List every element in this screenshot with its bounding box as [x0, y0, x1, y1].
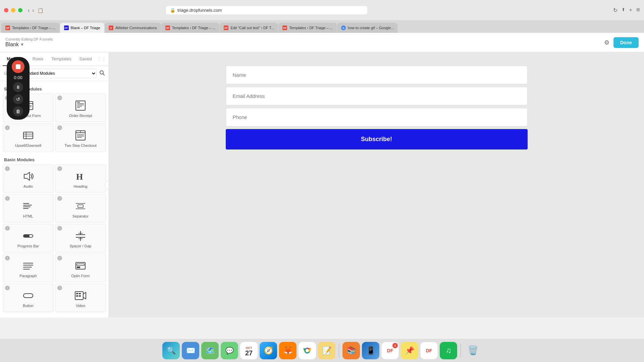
pause-recording-button[interactable]: ⏸ — [13, 82, 23, 92]
info-icon-spacer[interactable]: i — [57, 226, 62, 231]
dock-xcode[interactable]: 📱 — [362, 342, 379, 359]
dock-maps[interactable]: 🗺️ — [201, 342, 219, 359]
module-spacer-gap[interactable]: i Spacer / Gap — [55, 224, 106, 252]
tab-label: Templates ‹ DF Triage – ... — [289, 26, 333, 30]
tab-aweber[interactable]: A AWeber Communications — [105, 23, 161, 33]
stop-recording-button[interactable] — [12, 60, 24, 73]
dock-mail[interactable]: ✉️ — [182, 342, 199, 359]
info-icon-audio[interactable]: i — [5, 166, 10, 171]
dock-dropfunnels-1[interactable]: DF 1 — [381, 342, 399, 359]
address-bar[interactable]: 🔒 triage.dropfunnels.com — [166, 6, 367, 14]
module-button[interactable]: i Button — [3, 284, 54, 312]
search-button[interactable] — [99, 70, 105, 77]
svg-rect-46 — [77, 266, 80, 268]
svg-line-1 — [103, 74, 104, 75]
audio-icon — [22, 170, 34, 182]
info-icon-two-step[interactable]: i — [57, 125, 62, 130]
module-separator-label: Separator — [72, 214, 89, 218]
done-button[interactable]: Done — [613, 37, 639, 48]
svg-marker-23 — [24, 172, 30, 180]
module-progress-bar-label: Progress Bar — [17, 244, 39, 248]
module-paragraph[interactable]: i Paragraph — [3, 254, 54, 282]
share-icon[interactable]: ⬆ — [622, 7, 625, 13]
dock-calendar[interactable]: OCT 27 — [240, 342, 258, 359]
info-icon-html[interactable]: i — [5, 196, 10, 201]
module-order-receipt[interactable]: i Order Receipt — [55, 94, 106, 122]
info-icon-heading[interactable]: i — [57, 166, 62, 171]
tab-saved[interactable]: Saved — [75, 52, 96, 66]
svg-rect-45 — [77, 264, 84, 265]
tab-blank-df-triage[interactable]: DF Blank – DF Triage — [60, 23, 104, 33]
module-heading-label: Heading — [74, 184, 88, 188]
forward-button[interactable]: › — [32, 7, 34, 13]
info-icon-optin[interactable]: i — [57, 256, 62, 260]
svg-text:H: H — [76, 172, 83, 182]
reload-icon[interactable]: ↻ — [613, 7, 618, 13]
dock-firefox[interactable]: 🦊 — [279, 342, 297, 359]
tab-google-gif[interactable]: G how to create gif – Google... — [337, 23, 397, 33]
name-input[interactable] — [226, 66, 528, 84]
minimize-dot[interactable] — [11, 8, 15, 12]
info-icon-progress[interactable]: i — [5, 226, 10, 231]
dock-notes[interactable]: 📝 — [318, 342, 335, 359]
module-upsell-downsell[interactable]: i Upsell/Downsell — [3, 123, 54, 152]
dock-safari[interactable]: 🧭 — [260, 342, 277, 359]
tab-df-triage-3[interactable]: DF Templates ‹ DF Triage – ... — [278, 23, 337, 33]
dock-books[interactable]: 📚 — [342, 342, 360, 359]
subscribe-button[interactable]: Subscribe! — [226, 129, 528, 149]
tab-df-triage-1[interactable]: DF Templates ‹ DF Triage – ... — [1, 23, 60, 33]
heading-icon: H — [74, 170, 87, 182]
tab-rows[interactable]: Rows — [29, 52, 48, 66]
module-separator[interactable]: i Separator — [55, 194, 106, 223]
tab-templates[interactable]: Templates — [47, 52, 75, 66]
rewind-recording-button[interactable]: ↺ — [13, 94, 23, 104]
module-two-step-checkout[interactable]: i Two Step Checkout — [55, 123, 106, 152]
close-dot[interactable] — [4, 8, 8, 12]
dock-trash[interactable]: 🗑️ — [464, 342, 482, 359]
email-input[interactable] — [226, 87, 528, 105]
info-icon-upsell[interactable]: i — [5, 125, 10, 130]
tab-label: how to create gif – Google... — [348, 26, 394, 30]
info-icon-order-receipt[interactable]: i — [57, 96, 62, 100]
dropdown-arrow-icon[interactable]: ▾ — [21, 41, 23, 48]
svg-rect-50 — [79, 293, 81, 294]
module-paragraph-label: Paragraph — [19, 274, 37, 278]
dock-spotify[interactable]: ♫ — [440, 342, 457, 359]
dock-dropfunnels-2[interactable]: DF — [420, 342, 438, 359]
tab-label: Templates ‹ DF Triage – ... — [172, 26, 216, 30]
tab-favicon: DF — [64, 25, 69, 30]
info-icon-paragraph[interactable]: i — [5, 256, 10, 260]
maximize-dot[interactable] — [18, 8, 22, 12]
back-button[interactable]: ‹ — [28, 7, 30, 13]
tab-callout-test[interactable]: DF Edit "Call out test" ‹ DF T... — [220, 23, 278, 33]
module-progress-bar[interactable]: i Progress Bar — [3, 224, 54, 252]
sidebar-toggle-icon[interactable]: ⊞ — [636, 7, 640, 13]
info-icon-separator[interactable]: i — [57, 196, 62, 201]
app-header: Currently Editing DF Funnels Blank ▾ ⚙ D… — [0, 33, 644, 52]
chrome-logo — [302, 346, 312, 356]
video-icon — [74, 290, 87, 302]
tab-label: Blank – DF Triage — [71, 26, 100, 30]
delete-recording-button[interactable]: 🗑 — [13, 106, 23, 116]
module-audio[interactable]: i Audio — [3, 164, 54, 193]
info-icon-video[interactable]: i — [57, 286, 62, 290]
module-heading[interactable]: i H Heading — [55, 164, 106, 193]
dock-sticky-notes[interactable]: 📌 — [401, 342, 418, 359]
module-video[interactable]: i Video — [55, 284, 106, 312]
info-icon-button[interactable]: i — [5, 286, 10, 290]
settings-icon[interactable]: ⚙ — [604, 39, 609, 46]
lock-icon: 🔒 — [170, 8, 175, 13]
dock-messages[interactable]: 💬 — [221, 342, 238, 359]
dock-chrome[interactable] — [299, 342, 316, 359]
header-subtitle: Currently Editing DF Funnels — [5, 37, 53, 41]
tab-df-triage-2[interactable]: DF Templates ‹ DF Triage – ... — [161, 23, 220, 33]
dock-finder[interactable]: 🔍 — [162, 342, 180, 359]
module-optin-form[interactable]: i Optin Form — [55, 254, 106, 282]
module-spacer-label: Spacer / Gap — [70, 244, 92, 248]
svg-rect-13 — [23, 132, 33, 139]
new-tab-icon[interactable]: + — [629, 7, 632, 13]
group-select[interactable]: Standard Modules — [18, 69, 97, 78]
module-html[interactable]: i HTML — [3, 194, 54, 223]
phone-input[interactable] — [226, 108, 528, 126]
header-left: Currently Editing DF Funnels Blank ▾ — [5, 37, 53, 48]
